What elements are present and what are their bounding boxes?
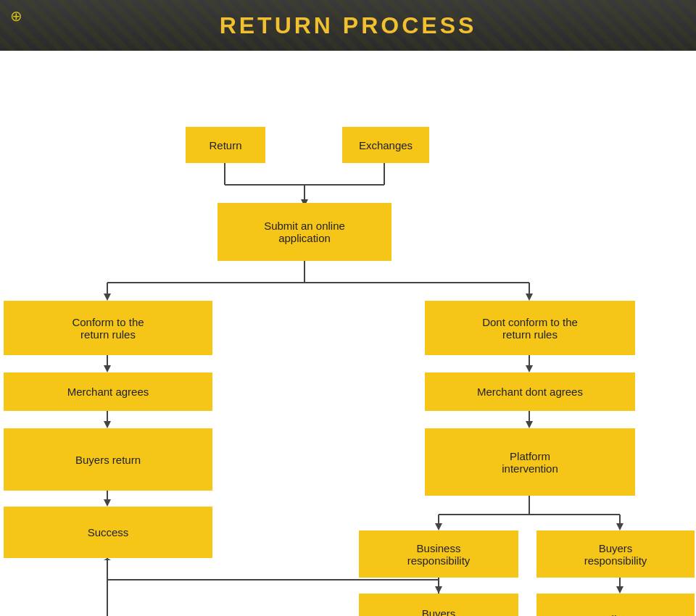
- platform-intervention-box: Platform intervention: [425, 428, 635, 496]
- svg-marker-31: [435, 586, 442, 594]
- svg-marker-37: [104, 558, 111, 560]
- svg-marker-8: [104, 294, 111, 301]
- buyers-return-right-box: Buyers return: [359, 594, 518, 616]
- return-box: Return: [186, 127, 265, 163]
- page-title: RETURN PROCESS: [220, 12, 477, 39]
- buyers-responsibility-box: Buyers responsibility: [536, 530, 695, 578]
- success-box: Success: [4, 507, 212, 558]
- conform-rules-box: Conform to the return rules: [4, 301, 212, 355]
- crosshair-icon: ⊕: [10, 7, 22, 25]
- svg-marker-29: [616, 523, 624, 530]
- diagram-area: Return Exchanges Submit an online applic…: [0, 51, 696, 616]
- svg-marker-23: [526, 421, 533, 428]
- business-responsibility-box: Business responsibility: [359, 530, 518, 578]
- svg-marker-21: [526, 365, 533, 372]
- svg-marker-33: [616, 586, 624, 594]
- svg-marker-16: [104, 499, 111, 507]
- svg-marker-10: [526, 294, 533, 301]
- svg-marker-12: [104, 365, 111, 372]
- header: ⊕ RETURN PROCESS: [0, 0, 696, 51]
- svg-marker-27: [435, 523, 442, 530]
- dont-conform-rules-box: Dont conform to the return rules: [425, 301, 635, 355]
- submit-online-box: Submit an online application: [218, 203, 392, 261]
- exchanges-box: Exchanges: [342, 127, 429, 163]
- svg-marker-14: [104, 421, 111, 428]
- merchant-dont-agrees-box: Merchant dont agrees: [425, 372, 635, 411]
- merchant-agrees-box: Merchant agrees: [4, 372, 212, 411]
- buyers-return-left-box: Buyers return: [4, 428, 212, 491]
- failure-box: Failure: [536, 594, 695, 616]
